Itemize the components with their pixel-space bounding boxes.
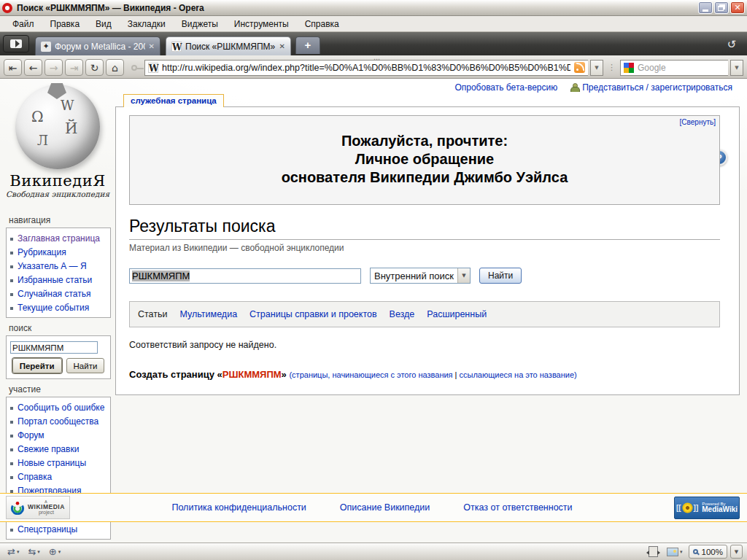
reload-button[interactable]: ↻ [85, 59, 104, 76]
go-button[interactable]: Перейти [12, 358, 62, 373]
wikimedia-badge[interactable]: A WIKIMEDIA project [6, 496, 70, 519]
sidebar-link[interactable]: Портал сообщества [18, 416, 98, 427]
sidebar-link[interactable]: Избранные статьи [18, 275, 92, 285]
sync-menu-button[interactable]: ⇄ ▾ [4, 545, 22, 558]
image-icon [667, 548, 678, 556]
toolbar-grip-icon[interactable]: ⋯ [374, 55, 381, 63]
rss-feed-icon[interactable] [574, 62, 585, 73]
sidebar-link[interactable]: Новые страницы [18, 458, 86, 468]
mediawiki-badge[interactable]: [[ ]] Powered By MediaWiki [674, 497, 740, 519]
menu-widgets[interactable]: Виджеты [174, 17, 226, 31]
sidebar-link[interactable]: Свежие правки [18, 444, 79, 454]
list-item: Текущие события [7, 300, 110, 314]
sidebar-link[interactable]: Случайная статья [18, 289, 90, 299]
find-button[interactable]: Найти [66, 358, 105, 373]
list-item: Случайная статья [7, 287, 110, 300]
login-link[interactable]: Представиться / зарегистрироваться [582, 82, 732, 93]
sidebar-link[interactable]: Спецстраницы [18, 524, 77, 534]
forward-button[interactable]: → [44, 59, 63, 76]
menu-view[interactable]: Вид [88, 17, 120, 31]
minimize-button[interactable] [698, 1, 713, 14]
tab-label: Форум о Metallica - 2009… [55, 42, 145, 52]
images-toggle-button[interactable]: ▾ [664, 547, 686, 557]
tab-special-page[interactable]: служебная страница [123, 94, 224, 107]
zoom-dropdown-button[interactable]: ▼ [730, 545, 743, 559]
create-page-link[interactable]: РШКММЯПМ [222, 369, 282, 380]
menu-bookmarks[interactable]: Закладки [120, 17, 174, 31]
menu-edit[interactable]: Правка [42, 17, 88, 31]
tab-bar: ✦ Форум о Metallica - 2009… ✕ W Поиск «Р… [0, 32, 747, 55]
search-input[interactable]: РШКММЯПМ [129, 268, 361, 284]
what-links-here-link[interactable]: ссылающиеся на это название) [460, 370, 577, 379]
filter-link[interactable]: Страницы справки и проектов [249, 309, 377, 319]
caret-down-icon: ▾ [58, 549, 61, 555]
reopen-closed-tab-button[interactable]: ↺ [721, 36, 743, 52]
tab-close-icon[interactable]: ✕ [279, 42, 285, 50]
tab-metallica-forum[interactable]: ✦ Форум о Metallica - 2009… ✕ [35, 36, 160, 55]
sidebar-search-input[interactable] [10, 341, 98, 354]
page-viewport: Опробовать бета-версию Представиться / з… [0, 79, 747, 542]
search-engine-select[interactable]: Внутренний поиск ▼ [370, 268, 471, 284]
prefix-search-link[interactable]: (страницы, начинающиеся с этого названия [289, 370, 452, 379]
footer-link[interactable]: Описание Википедии [340, 502, 430, 513]
notice-line[interactable]: Личное обращение [174, 150, 676, 168]
web-search-dropdown-button[interactable]: ▼ [730, 60, 743, 76]
sidebar-link[interactable]: Рубрикация [18, 247, 66, 257]
menu-tools[interactable]: Инструменты [226, 17, 297, 31]
menu-file[interactable]: Файл [4, 17, 42, 31]
panel-toggle-button[interactable] [3, 35, 29, 52]
wikipedia-logo[interactable]: Ω W Й Л ВикипедиЯ Свободная энциклопедия [0, 85, 115, 210]
filter-link[interactable]: Мультимедиа [180, 309, 238, 319]
collapse-link[interactable]: [Свернуть] [680, 118, 716, 126]
content-area: служебная страница ? [Свернуть] Пожалуйс… [115, 106, 740, 395]
fit-to-width-button[interactable] [646, 545, 661, 558]
address-dropdown-button[interactable]: ▼ [590, 60, 603, 76]
home-button[interactable]: ⌂ [106, 59, 124, 76]
address-field[interactable]: W http://ru.wikipedia.org/w/index.php?ti… [144, 60, 588, 76]
sidebar-link[interactable]: Справка [18, 472, 52, 482]
fast-forward-button[interactable]: ⇥ [65, 59, 83, 76]
web-search-field[interactable]: Google [620, 60, 728, 76]
filter-link[interactable]: Статьи [138, 309, 168, 319]
user-icon [570, 83, 578, 92]
toolbar-separator-icon: ⋮ [605, 63, 618, 72]
create-prefix: Создать страницу « [129, 369, 222, 380]
footer-link[interactable]: Отказ от ответственности [463, 502, 572, 513]
sidebar-link[interactable]: Указатель А — Я [18, 261, 87, 271]
arrows-icon: ⇆ [28, 546, 36, 557]
page-footer: A WIKIMEDIA project Политика конфиденциа… [0, 493, 747, 522]
tab-close-icon[interactable]: ✕ [149, 42, 155, 50]
sidebar-link[interactable]: Форум [18, 430, 44, 440]
back-button[interactable]: ← [24, 59, 42, 76]
new-tab-button[interactable]: + [295, 36, 320, 54]
wikipedia-favicon-icon: W [171, 42, 182, 52]
search-submit-button[interactable]: Найти [479, 268, 522, 284]
tab-wikipedia-search[interactable]: W Поиск «РШКММЯПМ» —… ✕ [166, 36, 291, 55]
wand-password-icon[interactable] [127, 65, 142, 71]
turbo-menu-button[interactable]: ⇆ ▾ [25, 545, 42, 558]
filter-link[interactable]: Везде [390, 309, 415, 319]
menu-help[interactable]: Справка [297, 17, 347, 31]
back-to-start-button[interactable]: ⇤ [4, 59, 22, 76]
list-item: Новые страницы [7, 456, 110, 470]
portlet-search: поиск Перейти Найти [6, 322, 111, 379]
network-menu-button[interactable]: ⊕ ▾ [46, 545, 63, 558]
notice-line[interactable]: основателя Википедии Джимбо Уэйлса [174, 168, 676, 187]
url-text[interactable]: http://ru.wikipedia.org/w/index.php?titl… [162, 63, 570, 73]
globe-letter: W [61, 98, 74, 113]
sidebar-link[interactable]: Сообщить об ошибке [18, 402, 104, 413]
sidebar-link[interactable]: Текущие события [18, 303, 89, 313]
opera-logo-icon [2, 3, 12, 13]
selected-text: РШКММЯПМ [132, 271, 190, 281]
portlet-navigation: навигация Заглавная страница Рубрикация … [6, 214, 111, 318]
sidebar-link[interactable]: Заглавная страница [18, 233, 100, 244]
notice-line: Пожалуйста, прочтите: [174, 132, 676, 150]
close-button[interactable]: ✕ [730, 1, 745, 14]
zoom-control[interactable]: 100% [689, 545, 727, 559]
beta-link[interactable]: Опробовать бета-версию [454, 82, 557, 93]
chevron-down-icon[interactable]: ▼ [457, 268, 470, 283]
list-item: Сообщить об ошибке [7, 400, 110, 414]
footer-link[interactable]: Политика конфиденциальности [171, 502, 306, 513]
filter-link[interactable]: Расширенный [427, 309, 487, 319]
restore-button[interactable] [714, 1, 729, 14]
